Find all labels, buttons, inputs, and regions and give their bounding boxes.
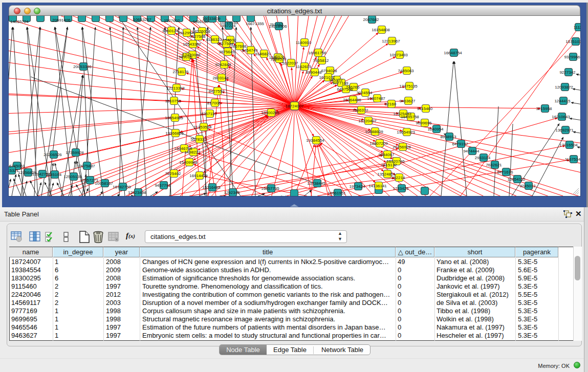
- svg-text:10688609: 10688609: [365, 129, 383, 134]
- svg-text:20691406: 20691406: [52, 18, 71, 23]
- svg-text:9242848: 9242848: [215, 62, 231, 67]
- svg-text:3875645: 3875645: [219, 50, 235, 54]
- svg-text:13738445: 13738445: [307, 181, 325, 186]
- svg-text:9115460: 9115460: [417, 106, 433, 111]
- svg-text:14136141: 14136141: [368, 184, 387, 188]
- svg-text:9245012: 9245012: [519, 184, 536, 188]
- svg-text:9684067: 9684067: [378, 152, 395, 157]
- svg-text:12923498: 12923498: [128, 190, 146, 195]
- svg-text:10654112: 10654112: [508, 177, 526, 182]
- svg-text:1640954: 1640954: [427, 127, 444, 132]
- svg-text:1610755: 1610755: [165, 99, 181, 103]
- svg-text:12213967: 12213967: [382, 39, 400, 43]
- svg-text:1292346: 1292346: [224, 190, 240, 195]
- svg-text:1112: 1112: [574, 25, 580, 30]
- svg-text:8471676: 8471676: [497, 170, 513, 174]
- svg-text:1615132: 1615132: [381, 163, 397, 167]
- svg-text:62160: 62160: [385, 102, 397, 106]
- svg-text:10973493: 10973493: [389, 53, 408, 57]
- svg-text:9327508: 9327508: [189, 34, 206, 39]
- svg-text:8267110: 8267110: [201, 112, 217, 116]
- svg-text:6479197: 6479197: [452, 142, 468, 146]
- svg-text:16210643: 16210643: [552, 115, 570, 119]
- svg-text:15751074: 15751074: [565, 39, 580, 44]
- svg-text:9329966: 9329966: [564, 55, 580, 59]
- svg-text:16648754: 16648754: [444, 51, 462, 55]
- svg-text:15409948: 15409948: [179, 160, 198, 165]
- svg-text:1498222: 1498222: [184, 150, 201, 155]
- svg-text:2933114: 2933114: [475, 156, 491, 160]
- svg-text:16671355: 16671355: [246, 21, 264, 26]
- svg-text:12093872: 12093872: [555, 85, 573, 90]
- svg-text:3024554: 3024554: [356, 91, 373, 95]
- svg-text:19384554: 19384554: [306, 138, 324, 143]
- svg-text:16961756: 16961756: [308, 51, 326, 55]
- svg-text:2803144: 2803144: [212, 76, 229, 80]
- svg-text:19654923: 19654923: [397, 130, 415, 135]
- svg-text:14055724: 14055724: [10, 19, 29, 24]
- svg-text:1162615: 1162615: [296, 64, 312, 69]
- svg-text:9474444: 9474444: [463, 149, 480, 154]
- svg-text:10958167: 10958167: [95, 181, 113, 186]
- svg-text:252214: 252214: [391, 176, 405, 180]
- svg-text:10719155: 10719155: [220, 20, 238, 25]
- svg-text:16914479: 16914479: [189, 173, 208, 178]
- svg-text:17359928: 17359928: [66, 150, 84, 155]
- svg-text:1145194: 1145194: [46, 172, 62, 177]
- svg-text:1244415: 1244415: [554, 99, 571, 103]
- svg-text:1973424: 1973424: [349, 184, 365, 189]
- svg-text:20206526: 20206526: [43, 152, 62, 157]
- svg-text:16782759: 16782759: [113, 185, 131, 189]
- svg-text:1140910: 1140910: [296, 40, 312, 45]
- svg-text:7485063: 7485063: [398, 69, 414, 73]
- svg-text:6794028: 6794028: [321, 69, 337, 73]
- svg-text:18300295: 18300295: [261, 111, 279, 115]
- svg-text:8990448: 8990448: [306, 70, 322, 75]
- svg-text:15716485: 15716485: [202, 185, 221, 190]
- svg-text:989015: 989015: [179, 55, 192, 59]
- svg-text:1733426: 1733426: [393, 186, 409, 191]
- svg-text:20364486: 20364486: [343, 98, 361, 102]
- svg-text:19654985: 19654985: [165, 116, 183, 120]
- svg-text:15720407: 15720407: [358, 119, 377, 123]
- svg-text:12213393: 12213393: [166, 86, 185, 91]
- svg-text:9699695: 9699695: [416, 121, 432, 125]
- svg-text:18724007: 18724007: [286, 104, 304, 108]
- svg-text:6466160: 6466160: [192, 19, 209, 24]
- svg-text:17016504: 17016504: [559, 143, 578, 147]
- svg-text:751552: 751552: [270, 23, 284, 27]
- svg-text:16154808: 16154808: [372, 28, 390, 32]
- svg-text:18807209: 18807209: [369, 141, 388, 146]
- svg-text:20756928: 20756928: [393, 145, 411, 149]
- svg-text:18226058: 18226058: [192, 29, 210, 34]
- svg-text:12375135: 12375135: [399, 84, 418, 89]
- svg-text:16857795: 16857795: [261, 186, 279, 191]
- svg-text:10807487: 10807487: [367, 96, 385, 101]
- svg-text:5578332: 5578332: [190, 137, 207, 142]
- svg-text:8938913: 8938913: [440, 135, 456, 139]
- svg-text:9463627: 9463627: [399, 99, 416, 103]
- svg-text:16961951: 16961951: [328, 191, 346, 195]
- svg-text:8960124: 8960124: [162, 29, 179, 33]
- svg-text:9457791: 9457791: [155, 183, 171, 188]
- svg-text:19166825: 19166825: [165, 131, 184, 136]
- svg-text:3215958: 3215958: [536, 106, 552, 111]
- svg-text:817006: 817006: [207, 101, 221, 105]
- svg-text:3915321: 3915321: [9, 168, 19, 173]
- svg-text:7886372: 7886372: [352, 108, 368, 113]
- svg-text:16495758: 16495758: [401, 115, 419, 119]
- svg-text:7632621: 7632621: [486, 163, 502, 167]
- svg-text:2087682: 2087682: [363, 17, 379, 22]
- svg-text:10653267: 10653267: [133, 17, 151, 22]
- svg-text:16745061: 16745061: [9, 164, 25, 168]
- svg-text:13692971: 13692971: [555, 128, 574, 133]
- svg-text:1167534: 1167534: [565, 157, 580, 162]
- svg-text:11353594: 11353594: [194, 125, 212, 129]
- svg-text:20053346: 20053346: [73, 64, 92, 69]
- svg-text:10975887: 10975887: [77, 164, 95, 168]
- svg-text:7955812: 7955812: [313, 58, 329, 63]
- svg-text:9227342: 9227342: [559, 70, 576, 75]
- svg-text:1527602: 1527602: [164, 18, 180, 23]
- svg-text:12505135: 12505135: [63, 174, 82, 179]
- svg-text:8427552: 8427552: [208, 89, 225, 94]
